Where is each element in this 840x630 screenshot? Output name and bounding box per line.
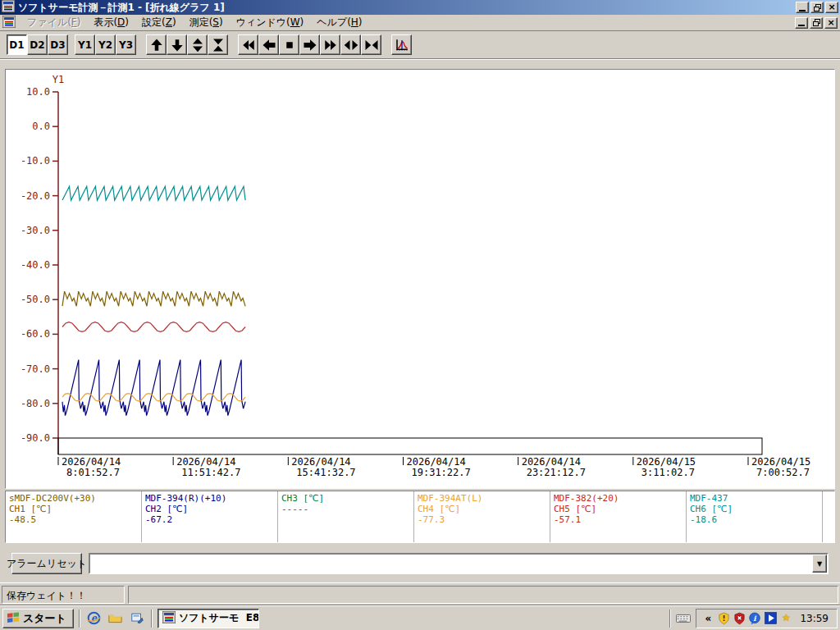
menu-H[interactable]: ヘルプ(H) — [310, 14, 368, 31]
legend-current-value: -67.2 — [145, 514, 274, 525]
series-CH5 — [62, 322, 245, 332]
toolbar-rewind-icon[interactable] — [238, 34, 258, 55]
legend-channel-unit: CH5 [℃] — [554, 504, 682, 514]
legend-sensor-name: MDF-394AT(L) — [418, 493, 546, 504]
taskbar-app-label: ソフトサーモ E830 — [179, 611, 259, 625]
toolbar-button-Y3[interactable]: Y3 — [116, 34, 136, 55]
toolbar-step-forward-icon[interactable] — [299, 34, 320, 55]
svg-text:-20.0: -20.0 — [21, 190, 50, 202]
svg-text:-60.0: -60.0 — [21, 328, 50, 340]
toolbar-button-D1[interactable]: D1 — [7, 34, 27, 55]
desktop: ソフトサーモ計測－計測1 - [折れ線グラフ 1] × ファイル(F)表示(D)… — [0, 0, 840, 630]
taskbar-clock: 13:59 — [795, 613, 832, 624]
svg-text:8:01:52.7: 8:01:52.7 — [66, 467, 120, 478]
line-graph-panel[interactable]: Y110.00.0-10.0-20.0-30.0-40.0-50.0-60.0-… — [5, 69, 835, 489]
quick-launch-bar: e — [80, 611, 151, 626]
toolbar-scroll-down-icon[interactable] — [167, 34, 187, 55]
show-desktop-icon[interactable] — [130, 611, 144, 626]
start-label: スタート — [23, 611, 66, 626]
line-chart: Y110.00.0-10.0-20.0-30.0-40.0-50.0-60.0-… — [6, 70, 834, 488]
legend-current-value: -57.1 — [554, 514, 682, 525]
toolbar-step-back-icon[interactable] — [258, 34, 279, 55]
legend-sensor-name: MDF-394(R)(+10) — [145, 493, 274, 504]
ie-icon[interactable]: e — [87, 611, 102, 626]
series-CH1 — [62, 291, 245, 306]
toolbar-button-Y1[interactable]: Y1 — [75, 34, 95, 55]
toolbar-graph-icon[interactable] — [391, 34, 412, 55]
minimize-button[interactable] — [796, 2, 809, 13]
legend-channel-unit: CH3 [℃] — [281, 493, 410, 504]
toolbar: D1D2D3Y1Y2Y3 — [0, 31, 840, 59]
toolbar-button-Y2[interactable]: Y2 — [95, 34, 116, 55]
windows-flag-icon — [7, 611, 20, 625]
svg-text:3:11:02.7: 3:11:02.7 — [641, 467, 695, 478]
svg-text:-30.0: -30.0 — [21, 225, 50, 236]
series-CH2 — [62, 360, 245, 416]
window-title: ソフトサーモ計測－計測1 - [折れ線グラフ 1] — [18, 1, 796, 15]
svg-text:-70.0: -70.0 — [21, 363, 50, 375]
svg-text:19:31:22.7: 19:31:22.7 — [412, 467, 471, 478]
series-CH6 — [62, 186, 245, 200]
alarm-combobox[interactable]: ▼ — [89, 553, 829, 574]
restore-button[interactable] — [810, 2, 824, 13]
svg-text:-40.0: -40.0 — [21, 259, 50, 271]
app-chart-icon — [2, 0, 15, 15]
menu-S[interactable]: 測定(S) — [183, 14, 230, 31]
alarm-combobox-value — [90, 555, 812, 573]
status-bar: 保存ウェイト！！ — [0, 582, 840, 605]
close-button[interactable]: × — [825, 2, 838, 13]
svg-text:-90.0: -90.0 — [21, 432, 50, 444]
legend-current-value: ----- — [281, 504, 410, 514]
child-close-button[interactable]: × — [824, 17, 838, 29]
mdi-child-icon app-chart-icon[interactable] — [2, 16, 16, 30]
folder-icon[interactable] — [108, 611, 123, 626]
svg-text:23:21:12.7: 23:21:12.7 — [527, 467, 586, 478]
legend-cell-CH6: MDF-437CH6 [℃]-18.6 — [687, 491, 823, 542]
chevron-down-icon[interactable]: ▼ — [812, 555, 827, 573]
star-icon[interactable]: ★ — [779, 612, 792, 625]
toolbar-button-D3[interactable]: D3 — [48, 34, 68, 55]
toolbar-expand-horizontal-icon[interactable] — [340, 34, 361, 55]
svg-text:10.0: 10.0 — [26, 86, 50, 98]
toolbar-button-D2[interactable]: D2 — [27, 34, 48, 55]
alarm-controls: アラームリセット ▼ — [0, 546, 840, 582]
toolbar-compress-horizontal-icon[interactable] — [361, 34, 381, 55]
legend-channel-unit: CH2 [℃] — [145, 504, 274, 514]
legend-sensor-name: sMDF-DC200V(+30) — [9, 493, 138, 504]
svg-text:!: ! — [722, 614, 725, 623]
chevron-collapse-icon[interactable]: « — [701, 612, 714, 625]
svg-text:2026/04/14: 2026/04/14 — [291, 456, 350, 468]
toolbar-fast-forward-icon[interactable] — [320, 34, 340, 55]
title-bar[interactable]: ソフトサーモ計測－計測1 - [折れ線グラフ 1] × — [0, 0, 840, 15]
toolbar-expand-vertical-icon[interactable] — [187, 34, 208, 55]
status-message: 保存ウェイト！！ — [2, 586, 125, 604]
start-button[interactable]: スタート — [2, 609, 74, 628]
taskbar-app-button[interactable]: ソフトサーモ E830 — [158, 609, 259, 628]
menu-D[interactable]: 表示(D) — [87, 14, 135, 31]
svg-text:2026/04/15: 2026/04/15 — [637, 456, 696, 468]
alarm-reset-button[interactable]: アラームリセット — [11, 553, 82, 574]
svg-text:Y1: Y1 — [52, 74, 64, 85]
svg-text:11:51:42.7: 11:51:42.7 — [181, 467, 240, 478]
keyboard-icon[interactable] — [671, 613, 696, 623]
toolbar-compress-vertical-icon[interactable] — [208, 34, 228, 55]
info-balloon-icon[interactable]: i — [748, 612, 761, 625]
toolbar-stop-icon[interactable] — [279, 34, 299, 55]
taskbar-divider — [151, 609, 153, 628]
child-restore-button[interactable] — [810, 17, 823, 29]
svg-text:2026/04/14: 2026/04/14 — [62, 456, 121, 468]
system-tray: «!i★ 13:59 — [696, 609, 838, 628]
svg-text:2026/04/14: 2026/04/14 — [176, 456, 235, 468]
media-play-icon[interactable] — [764, 612, 777, 625]
toolbar-scroll-up-icon[interactable] — [146, 34, 167, 55]
legend-cell-CH5: MDF-382(+20)CH5 [℃]-57.1 — [550, 491, 687, 542]
menu-Z[interactable]: 設定(Z) — [135, 14, 183, 31]
taskbar: スタート e ソフトサーモ E830 «!i★ 13:59 — [0, 605, 840, 630]
mdi-child-controls: × — [795, 17, 838, 29]
menu-W[interactable]: ウィンドウ(W) — [230, 14, 311, 31]
legend-current-value: -48.5 — [9, 514, 138, 525]
security-warning-icon[interactable]: ! — [717, 612, 730, 625]
menu-F: ファイル(F) — [21, 14, 87, 31]
child-minimize-button[interactable] — [795, 17, 808, 29]
security-alert-icon[interactable] — [733, 612, 746, 625]
